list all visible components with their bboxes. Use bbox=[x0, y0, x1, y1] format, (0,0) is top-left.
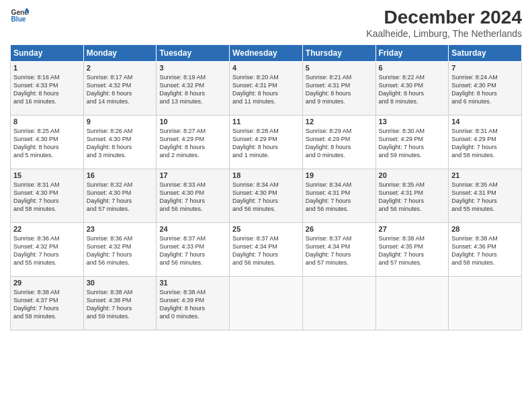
calendar-cell bbox=[449, 277, 522, 330]
logo: General Blue bbox=[10, 7, 29, 26]
day-info: Sunrise: 8:38 AM Sunset: 4:36 PM Dayligh… bbox=[451, 234, 519, 267]
day-info: Sunrise: 8:37 AM Sunset: 4:34 PM Dayligh… bbox=[232, 234, 300, 267]
day-info: Sunrise: 8:31 AM Sunset: 4:30 PM Dayligh… bbox=[13, 181, 81, 214]
calendar-cell: 17Sunrise: 8:33 AM Sunset: 4:30 PM Dayli… bbox=[157, 169, 230, 223]
day-number: 13 bbox=[379, 118, 446, 126]
day-number: 16 bbox=[87, 171, 154, 179]
calendar-cell: 19Sunrise: 8:34 AM Sunset: 4:31 PM Dayli… bbox=[302, 169, 375, 223]
calendar: SundayMondayTuesdayWednesdayThursdayFrid… bbox=[10, 44, 522, 330]
day-number: 20 bbox=[379, 171, 446, 179]
day-info: Sunrise: 8:38 AM Sunset: 4:38 PM Dayligh… bbox=[87, 288, 154, 321]
calendar-cell: 29Sunrise: 8:38 AM Sunset: 4:37 PM Dayli… bbox=[11, 277, 84, 330]
day-number: 1 bbox=[13, 64, 81, 72]
weekday-header: Saturday bbox=[449, 45, 522, 62]
day-number: 22 bbox=[13, 225, 81, 233]
calendar-header-row: SundayMondayTuesdayWednesdayThursdayFrid… bbox=[11, 45, 522, 62]
weekday-header: Wednesday bbox=[230, 45, 303, 62]
day-info: Sunrise: 8:17 AM Sunset: 4:32 PM Dayligh… bbox=[87, 73, 154, 106]
calendar-cell: 15Sunrise: 8:31 AM Sunset: 4:30 PM Dayli… bbox=[11, 169, 84, 223]
day-number: 19 bbox=[306, 171, 373, 179]
page: General Blue December 2024 Kaalheide, Li… bbox=[0, 0, 532, 411]
day-info: Sunrise: 8:21 AM Sunset: 4:31 PM Dayligh… bbox=[306, 73, 373, 106]
day-info: Sunrise: 8:27 AM Sunset: 4:29 PM Dayligh… bbox=[159, 127, 226, 160]
day-info: Sunrise: 8:19 AM Sunset: 4:32 PM Dayligh… bbox=[159, 73, 226, 106]
calendar-cell: 4Sunrise: 8:20 AM Sunset: 4:31 PM Daylig… bbox=[230, 62, 303, 116]
subtitle: Kaalheide, Limburg, The Netherlands bbox=[366, 28, 522, 39]
day-number: 5 bbox=[306, 64, 373, 72]
calendar-cell bbox=[230, 277, 303, 330]
day-info: Sunrise: 8:26 AM Sunset: 4:30 PM Dayligh… bbox=[87, 127, 154, 160]
weekday-header: Sunday bbox=[11, 45, 84, 62]
header: General Blue December 2024 Kaalheide, Li… bbox=[10, 7, 522, 39]
calendar-cell: 27Sunrise: 8:38 AM Sunset: 4:35 PM Dayli… bbox=[375, 223, 449, 277]
day-info: Sunrise: 8:34 AM Sunset: 4:30 PM Dayligh… bbox=[232, 181, 300, 214]
day-info: Sunrise: 8:25 AM Sunset: 4:30 PM Dayligh… bbox=[13, 127, 81, 160]
day-info: Sunrise: 8:31 AM Sunset: 4:29 PM Dayligh… bbox=[451, 127, 519, 160]
day-info: Sunrise: 8:28 AM Sunset: 4:29 PM Dayligh… bbox=[232, 127, 300, 160]
day-info: Sunrise: 8:33 AM Sunset: 4:30 PM Dayligh… bbox=[159, 181, 226, 214]
weekday-header: Friday bbox=[375, 45, 449, 62]
day-info: Sunrise: 8:36 AM Sunset: 4:32 PM Dayligh… bbox=[87, 234, 154, 267]
day-number: 12 bbox=[306, 118, 373, 126]
day-number: 31 bbox=[159, 279, 226, 287]
day-info: Sunrise: 8:38 AM Sunset: 4:35 PM Dayligh… bbox=[379, 234, 446, 267]
calendar-cell: 31Sunrise: 8:38 AM Sunset: 4:39 PM Dayli… bbox=[157, 277, 230, 330]
svg-text:Blue: Blue bbox=[11, 15, 26, 23]
calendar-cell: 22Sunrise: 8:36 AM Sunset: 4:32 PM Dayli… bbox=[11, 223, 84, 277]
calendar-cell: 10Sunrise: 8:27 AM Sunset: 4:29 PM Dayli… bbox=[157, 116, 230, 169]
day-info: Sunrise: 8:22 AM Sunset: 4:30 PM Dayligh… bbox=[379, 73, 446, 106]
day-number: 15 bbox=[13, 171, 81, 179]
calendar-cell: 16Sunrise: 8:32 AM Sunset: 4:30 PM Dayli… bbox=[83, 169, 157, 223]
weekday-header: Thursday bbox=[302, 45, 375, 62]
day-number: 6 bbox=[379, 64, 446, 72]
day-number: 23 bbox=[87, 225, 154, 233]
day-number: 25 bbox=[232, 225, 300, 233]
day-number: 8 bbox=[13, 118, 81, 126]
weekday-header: Monday bbox=[83, 45, 157, 62]
calendar-cell: 8Sunrise: 8:25 AM Sunset: 4:30 PM Daylig… bbox=[11, 116, 84, 169]
day-number: 10 bbox=[159, 118, 226, 126]
day-info: Sunrise: 8:38 AM Sunset: 4:39 PM Dayligh… bbox=[159, 288, 226, 321]
calendar-cell: 1Sunrise: 8:16 AM Sunset: 4:33 PM Daylig… bbox=[11, 62, 84, 116]
day-number: 27 bbox=[379, 225, 446, 233]
day-number: 3 bbox=[159, 64, 226, 72]
title-block: December 2024 Kaalheide, Limburg, The Ne… bbox=[366, 7, 522, 39]
day-number: 14 bbox=[451, 118, 519, 126]
day-number: 2 bbox=[87, 64, 154, 72]
day-info: Sunrise: 8:37 AM Sunset: 4:34 PM Dayligh… bbox=[306, 234, 373, 267]
calendar-cell: 24Sunrise: 8:37 AM Sunset: 4:33 PM Dayli… bbox=[157, 223, 230, 277]
calendar-cell: 13Sunrise: 8:30 AM Sunset: 4:29 PM Dayli… bbox=[375, 116, 449, 169]
calendar-cell: 5Sunrise: 8:21 AM Sunset: 4:31 PM Daylig… bbox=[302, 62, 375, 116]
day-info: Sunrise: 8:16 AM Sunset: 4:33 PM Dayligh… bbox=[13, 73, 81, 106]
day-number: 9 bbox=[87, 118, 154, 126]
calendar-cell: 21Sunrise: 8:35 AM Sunset: 4:31 PM Dayli… bbox=[449, 169, 522, 223]
day-number: 30 bbox=[87, 279, 154, 287]
calendar-cell: 9Sunrise: 8:26 AM Sunset: 4:30 PM Daylig… bbox=[83, 116, 157, 169]
calendar-cell bbox=[375, 277, 449, 330]
day-info: Sunrise: 8:36 AM Sunset: 4:32 PM Dayligh… bbox=[13, 234, 81, 267]
day-info: Sunrise: 8:38 AM Sunset: 4:37 PM Dayligh… bbox=[13, 288, 81, 321]
main-title: December 2024 bbox=[366, 7, 522, 28]
weekday-header: Tuesday bbox=[157, 45, 230, 62]
day-number: 18 bbox=[232, 171, 300, 179]
day-number: 26 bbox=[306, 225, 373, 233]
calendar-cell: 12Sunrise: 8:29 AM Sunset: 4:29 PM Dayli… bbox=[302, 116, 375, 169]
calendar-cell bbox=[302, 277, 375, 330]
day-info: Sunrise: 8:34 AM Sunset: 4:31 PM Dayligh… bbox=[306, 181, 373, 214]
day-info: Sunrise: 8:30 AM Sunset: 4:29 PM Dayligh… bbox=[379, 127, 446, 160]
day-info: Sunrise: 8:37 AM Sunset: 4:33 PM Dayligh… bbox=[159, 234, 226, 267]
day-number: 4 bbox=[232, 64, 300, 72]
calendar-cell: 6Sunrise: 8:22 AM Sunset: 4:30 PM Daylig… bbox=[375, 62, 449, 116]
day-number: 28 bbox=[451, 225, 519, 233]
day-info: Sunrise: 8:20 AM Sunset: 4:31 PM Dayligh… bbox=[232, 73, 300, 106]
calendar-cell: 11Sunrise: 8:28 AM Sunset: 4:29 PM Dayli… bbox=[230, 116, 303, 169]
day-number: 21 bbox=[451, 171, 519, 179]
day-number: 24 bbox=[159, 225, 226, 233]
logo-icon: General Blue bbox=[10, 7, 29, 26]
calendar-cell: 18Sunrise: 8:34 AM Sunset: 4:30 PM Dayli… bbox=[230, 169, 303, 223]
calendar-cell: 14Sunrise: 8:31 AM Sunset: 4:29 PM Dayli… bbox=[449, 116, 522, 169]
day-number: 7 bbox=[451, 64, 519, 72]
calendar-cell: 26Sunrise: 8:37 AM Sunset: 4:34 PM Dayli… bbox=[302, 223, 375, 277]
calendar-body: 1Sunrise: 8:16 AM Sunset: 4:33 PM Daylig… bbox=[11, 62, 522, 330]
calendar-cell: 30Sunrise: 8:38 AM Sunset: 4:38 PM Dayli… bbox=[83, 277, 157, 330]
